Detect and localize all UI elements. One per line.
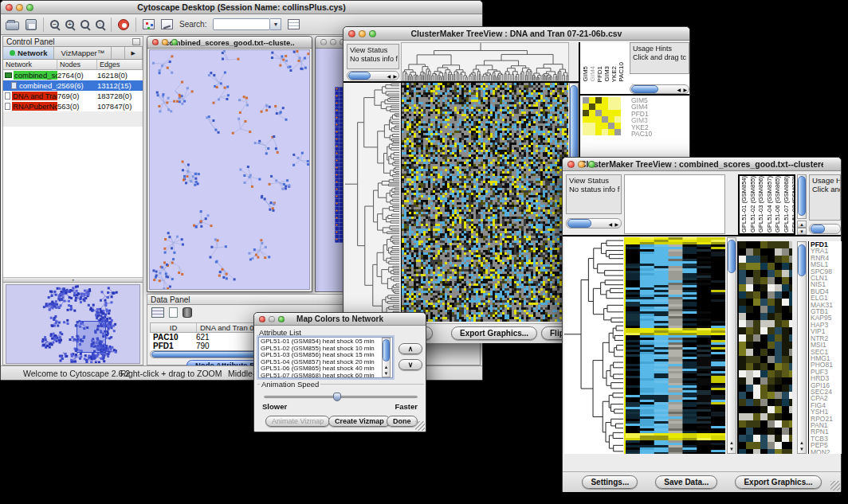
zoom-button[interactable]	[369, 30, 376, 37]
list-item[interactable]: GPL51-06 (GSM865)	[774, 176, 782, 232]
network-row-dna-tran[interactable]: DNA and Tran 07 769(0) 183728(0)	[3, 91, 143, 101]
scrollbar-thumb[interactable]	[728, 240, 736, 273]
scrollbar-thumb[interactable]	[798, 244, 806, 276]
list-item[interactable]: PAC10	[631, 131, 677, 137]
zoom-button[interactable]	[171, 39, 178, 45]
network-view-window[interactable]: combined_scores_good.txt--cluste...	[147, 36, 312, 292]
scroll-left-icon[interactable]: ◀	[608, 221, 612, 227]
scrollbar-thumb[interactable]	[348, 72, 371, 80]
list-item[interactable]: PAC10	[618, 62, 624, 82]
search-input[interactable]	[213, 18, 270, 30]
list-item[interactable]: YKE2	[611, 66, 618, 82]
minimize-button[interactable]	[16, 4, 23, 11]
close-button[interactable]	[259, 316, 265, 322]
window-controls[interactable]	[6, 4, 33, 11]
list-item[interactable]: GIM5	[583, 66, 589, 82]
minimize-button[interactable]	[269, 316, 275, 322]
main-title-bar[interactable]: Cytoscape Desktop (Session Name: collins…	[1, 1, 482, 14]
data-panel-hscrollbar[interactable]	[150, 350, 269, 358]
dialog-title-bar[interactable]: Map Colors to Network	[254, 313, 426, 326]
animation-speed-slider-thumb[interactable]	[333, 393, 341, 401]
tab-vizmapper[interactable]: VizMapper™	[54, 47, 112, 59]
save-icon[interactable]	[26, 19, 37, 30]
list-item[interactable]: GPL51-07 (GSM868) heat shock 60 min	[261, 373, 391, 378]
save-data-button[interactable]: Save Data...	[655, 475, 717, 489]
treeview1-heatmap[interactable]	[401, 83, 568, 322]
overview-viewport-rect[interactable]	[77, 321, 106, 353]
treeview1-column-dendrogram[interactable]	[401, 42, 569, 81]
zoom-in-icon[interactable]: +	[65, 20, 74, 29]
close-button[interactable]	[567, 161, 575, 168]
close-button[interactable]	[6, 4, 13, 11]
attribute-select-icon[interactable]	[151, 307, 164, 318]
scroll-down-icon[interactable]: ▼	[798, 447, 806, 451]
minimize-button[interactable]	[359, 30, 366, 37]
treeview2-heatmap-vscrollbar[interactable]: ▲ ▼	[727, 237, 736, 454]
network-modify-icon[interactable]	[143, 19, 155, 29]
treeview1-summary-matrix[interactable]	[583, 97, 621, 135]
network-view-canvas[interactable]	[150, 50, 309, 289]
move-up-button[interactable]: ∧	[398, 343, 422, 354]
export-graphics-button[interactable]: Export Graphics...	[735, 475, 821, 489]
network-list-empty-area[interactable]	[3, 127, 143, 278]
delete-attribute-icon[interactable]	[183, 307, 192, 318]
open-file-icon[interactable]	[6, 21, 19, 30]
float-panel-icon[interactable]	[132, 38, 140, 45]
create-vizmap-button[interactable]: Create Vizmap	[328, 416, 391, 427]
new-attribute-icon[interactable]	[169, 307, 178, 318]
network-view-title-bar[interactable]: combined_scores_good.txt--cluste...	[147, 37, 312, 49]
tab-network[interactable]: Network	[3, 47, 54, 59]
scrollbar-thumb[interactable]	[811, 225, 825, 233]
annotation-icon[interactable]	[161, 19, 173, 29]
scroll-up-icon[interactable]: ▲	[383, 365, 390, 369]
network-row-combined-scores[interactable]: combined_scores 2764(0) 16218(0)	[3, 70, 143, 80]
close-button[interactable]	[348, 30, 355, 37]
table-icon[interactable]	[288, 19, 300, 29]
list-item[interactable]: GPL51-07 (GSM868)	[783, 176, 791, 232]
attribute-list-vscrollbar[interactable]: ▲ ▼	[382, 338, 391, 377]
zoom-selected-icon[interactable]: ▫	[96, 20, 104, 29]
minimize-button[interactable]	[578, 161, 585, 168]
move-down-button[interactable]: ∨	[398, 359, 422, 370]
scrollbar-thumb[interactable]	[567, 219, 591, 228]
scroll-left-icon[interactable]: ◀	[387, 73, 391, 79]
scroll-up-icon[interactable]: ▲	[728, 440, 736, 445]
scrollbar-thumb[interactable]	[383, 339, 390, 361]
list-item[interactable]: GPL51-04 (GSM857)	[766, 176, 774, 232]
treeview2-title-bar[interactable]: ClusterMaker TreeView : combined_scores_…	[563, 158, 841, 171]
list-item[interactable]: GIM3	[604, 66, 610, 82]
scroll-right-icon[interactable]: ▶	[393, 73, 397, 79]
scrollbar-thumb[interactable]	[631, 85, 658, 93]
search-dropdown-arrow[interactable]: ▼	[270, 18, 281, 30]
help-lifesaver-icon[interactable]	[118, 19, 129, 30]
list-item[interactable]: PFD1	[597, 66, 603, 82]
resize-grip[interactable]	[415, 421, 425, 431]
settings-button[interactable]: Settings...	[582, 475, 638, 489]
minimize-button[interactable]	[162, 39, 168, 45]
scrollbar-thumb[interactable]	[151, 351, 268, 357]
treeview2-row-dendrogram[interactable]	[564, 237, 623, 454]
scroll-down-icon[interactable]: ▼	[383, 371, 390, 376]
zoom-out-icon[interactable]: −	[50, 20, 59, 29]
treeview2-collabel-vscrollbar[interactable]	[797, 174, 807, 219]
list-item[interactable]: GPL51-03 (GSM856)	[757, 176, 765, 232]
treeview2-window[interactable]: ClusterMaker TreeView : combined_scores_…	[562, 157, 842, 492]
zoom-button[interactable]	[26, 4, 33, 11]
list-item[interactable]: GPL51-02 (GSM855)	[749, 176, 757, 232]
panel-splitter[interactable]: ●	[3, 278, 143, 283]
close-button[interactable]	[152, 39, 159, 45]
list-item[interactable]: GIM4	[590, 66, 596, 82]
close-button[interactable]	[320, 39, 327, 45]
animate-vizmap-button[interactable]: Animate Vizmap	[265, 416, 330, 427]
treeview2-heatmap[interactable]	[624, 237, 725, 454]
treeview2-status-hscrollbar[interactable]: ◀ ▶	[566, 218, 622, 229]
resize-grip[interactable]	[830, 481, 840, 490]
network-row-selected[interactable]: combined_sco 2569(6) 13112(15)	[3, 80, 143, 91]
network-overview-thumbnail[interactable]	[6, 285, 139, 363]
tabs-overflow-button[interactable]: ▶	[124, 47, 143, 59]
treeview1-hints-hscrollbar[interactable]: ◀ ▶	[630, 84, 689, 94]
export-graphics-button[interactable]: Export Graphics...	[451, 326, 537, 340]
scroll-down-icon[interactable]: ▼	[728, 447, 736, 451]
scroll-down-button[interactable]: ▼	[797, 228, 807, 235]
treeview2-genelist-vscrollbar[interactable]: ▲ ▼	[797, 241, 807, 454]
